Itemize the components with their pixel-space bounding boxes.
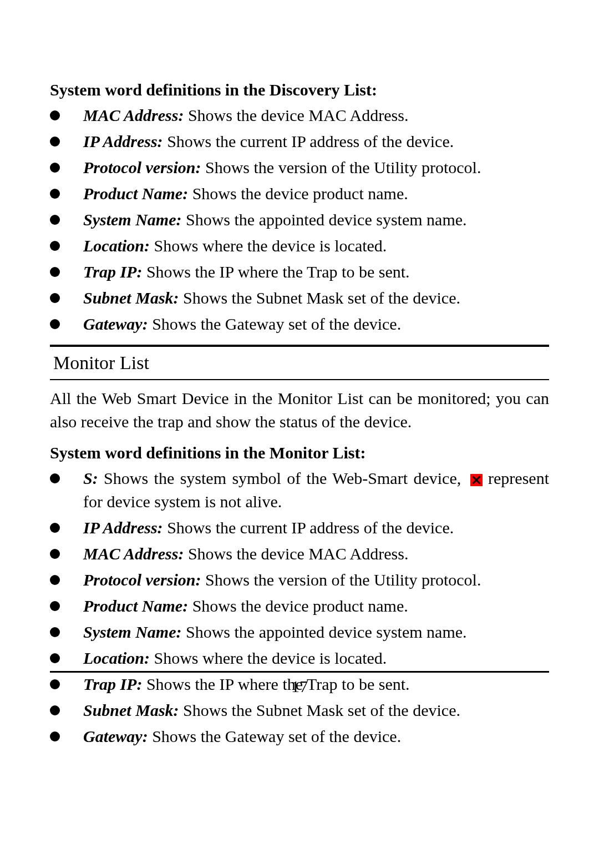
list-item-text: System Name: Shows the appointed device … — [83, 208, 549, 231]
monitor-list-heading-container: Monitor List — [50, 345, 549, 380]
bullet-icon — [50, 241, 60, 251]
desc: Shows the device MAC Address. — [184, 544, 408, 563]
list-item-text: S: Shows the system symbol of the Web-Sm… — [83, 467, 549, 513]
list-item: Product Name: Shows the device product n… — [50, 182, 549, 205]
list-item-text: Location: Shows where the device is loca… — [83, 647, 549, 670]
list-item-text: Trap IP: Shows the IP where the Trap to … — [83, 260, 549, 284]
bullet-icon — [50, 523, 60, 533]
desc: Shows the device MAC Address. — [184, 106, 408, 124]
desc: Shows the device product name. — [188, 184, 408, 203]
desc: Shows the appointed device system name. — [181, 210, 466, 229]
desc: Shows the version of the Utility protoco… — [201, 158, 481, 176]
page-content: System word definitions in the Discovery… — [50, 80, 549, 748]
list-item-text: Subnet Mask: Shows the Subnet Mask set o… — [83, 699, 549, 722]
desc-before: Shows the system symbol of the Web-Smart… — [98, 469, 467, 487]
bullet-icon — [50, 575, 60, 585]
list-item: MAC Address: Shows the device MAC Addres… — [50, 104, 549, 127]
desc: Shows the Subnet Mask set of the device. — [179, 701, 460, 719]
term: Gateway: — [83, 315, 148, 333]
page-footer: 17 — [50, 671, 549, 696]
term: Protocol version: — [83, 571, 201, 589]
bullet-icon — [50, 163, 60, 173]
desc: Shows the Subnet Mask set of the device. — [179, 289, 460, 307]
list-item-text: Product Name: Shows the device product n… — [83, 594, 549, 618]
list-item: Product Name: Shows the device product n… — [50, 594, 549, 618]
footer-line — [50, 671, 549, 673]
term: Protocol version: — [83, 158, 201, 176]
bullet-icon — [50, 653, 60, 663]
list-item-text: IP Address: Shows the current IP address… — [83, 516, 549, 539]
term: IP Address: — [83, 518, 163, 537]
list-item-text: System Name: Shows the appointed device … — [83, 620, 549, 644]
monitor-list-title: System word definitions in the Monitor L… — [50, 443, 549, 462]
desc: Shows the current IP address of the devi… — [163, 518, 454, 537]
bullet-icon — [50, 473, 60, 483]
discovery-list: MAC Address: Shows the device MAC Addres… — [50, 104, 549, 336]
desc: Shows the current IP address of the devi… — [163, 132, 454, 150]
list-item: Trap IP: Shows the IP where the Trap to … — [50, 260, 549, 284]
bullet-icon — [50, 215, 60, 225]
bullet-icon — [50, 189, 60, 199]
list-item: System Name: Shows the appointed device … — [50, 208, 549, 231]
list-item: MAC Address: Shows the device MAC Addres… — [50, 542, 549, 566]
list-item: S: Shows the system symbol of the Web-Sm… — [50, 467, 549, 513]
bullet-icon — [50, 267, 60, 277]
list-item-text: IP Address: Shows the current IP address… — [83, 130, 549, 153]
list-item: Gateway: Shows the Gateway set of the de… — [50, 725, 549, 748]
list-item-text: Protocol version: Shows the version of t… — [83, 568, 549, 592]
list-item: Gateway: Shows the Gateway set of the de… — [50, 312, 549, 336]
bullet-icon — [50, 731, 60, 741]
desc: Shows the device product name. — [188, 597, 408, 615]
bullet-icon — [50, 137, 60, 147]
list-item-text: Subnet Mask: Shows the Subnet Mask set o… — [83, 286, 549, 310]
desc: Shows the Gateway set of the device. — [148, 727, 402, 745]
term: Trap IP: — [83, 263, 142, 281]
list-item-text: Product Name: Shows the device product n… — [83, 182, 549, 205]
list-item: Location: Shows where the device is loca… — [50, 234, 549, 258]
monitor-list: S: Shows the system symbol of the Web-Sm… — [50, 467, 549, 748]
list-item-text: MAC Address: Shows the device MAC Addres… — [83, 542, 549, 566]
bullet-icon — [50, 293, 60, 303]
desc: Shows where the device is located. — [150, 649, 387, 667]
bullet-icon — [50, 110, 60, 120]
term: Location: — [83, 649, 150, 667]
bullet-icon — [50, 705, 60, 715]
term: IP Address: — [83, 132, 163, 150]
term: MAC Address: — [83, 544, 184, 563]
term: Gateway: — [83, 727, 148, 745]
desc: Shows the Gateway set of the device. — [148, 315, 402, 333]
list-item-text: Gateway: Shows the Gateway set of the de… — [83, 725, 549, 748]
term: Subnet Mask: — [83, 701, 179, 719]
term: Product Name: — [83, 184, 188, 203]
term: System Name: — [83, 210, 181, 229]
desc: Shows the IP where the Trap to be sent. — [142, 263, 409, 281]
monitor-list-intro: All the Web Smart Device in the Monitor … — [50, 387, 549, 433]
desc: Shows the version of the Utility protoco… — [201, 571, 481, 589]
term: MAC Address: — [83, 106, 184, 124]
desc: Shows where the device is located. — [150, 236, 387, 255]
list-item-text: Protocol version: Shows the version of t… — [83, 156, 549, 179]
list-item: Protocol version: Shows the version of t… — [50, 568, 549, 592]
bullet-icon — [50, 601, 60, 611]
list-item: System Name: Shows the appointed device … — [50, 620, 549, 644]
list-item: IP Address: Shows the current IP address… — [50, 516, 549, 539]
list-item: Subnet Mask: Shows the Subnet Mask set o… — [50, 286, 549, 310]
x-icon — [470, 474, 483, 486]
term: S: — [83, 469, 98, 487]
list-item: IP Address: Shows the current IP address… — [50, 130, 549, 153]
monitor-list-heading: Monitor List — [50, 352, 549, 374]
term: Location: — [83, 236, 150, 255]
term: Subnet Mask: — [83, 289, 179, 307]
term: Product Name: — [83, 597, 188, 615]
desc: Shows the appointed device system name. — [181, 623, 466, 641]
discovery-list-title: System word definitions in the Discovery… — [50, 80, 549, 99]
bullet-icon — [50, 549, 60, 559]
bullet-icon — [50, 319, 60, 329]
page-number: 17 — [50, 677, 549, 696]
list-item-text: MAC Address: Shows the device MAC Addres… — [83, 104, 549, 127]
term: System Name: — [83, 623, 181, 641]
list-item-text: Location: Shows where the device is loca… — [83, 234, 549, 258]
list-item-text: Gateway: Shows the Gateway set of the de… — [83, 312, 549, 336]
bullet-icon — [50, 627, 60, 637]
list-item: Protocol version: Shows the version of t… — [50, 156, 549, 179]
